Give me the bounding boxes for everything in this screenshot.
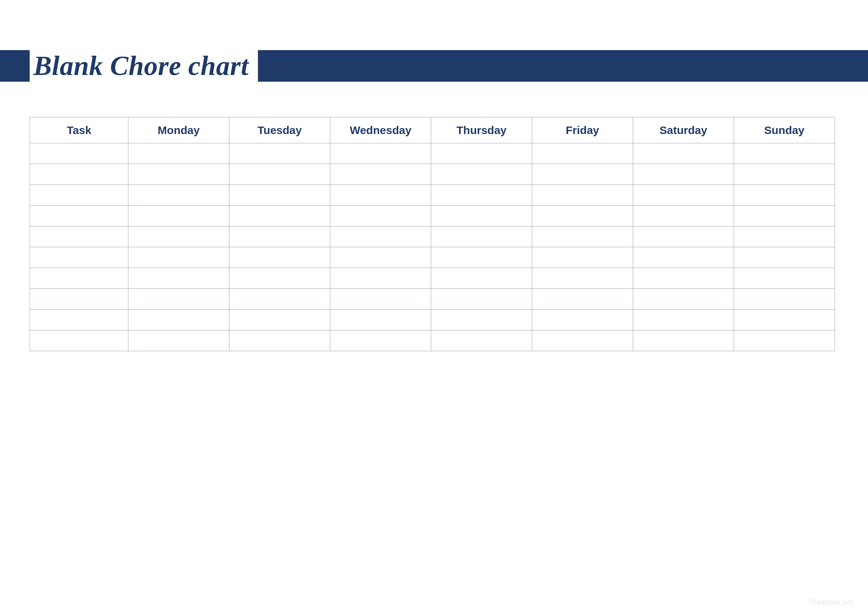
day-cell: [431, 226, 532, 247]
col-header-saturday: Saturday: [633, 117, 734, 143]
watermark: Template.net: [808, 598, 853, 606]
day-cell: [330, 330, 431, 351]
day-cell: [633, 206, 734, 226]
day-cell: [734, 185, 835, 206]
task-cell: [30, 289, 129, 310]
day-cell: [734, 247, 835, 268]
day-cell: [633, 330, 734, 351]
day-cell: [633, 247, 734, 268]
day-cell: [734, 164, 835, 185]
task-cell: [30, 206, 129, 226]
day-cell: [229, 185, 330, 206]
day-cell: [431, 289, 532, 310]
task-cell: [30, 143, 129, 164]
day-cell: [229, 226, 330, 247]
day-cell: [229, 310, 330, 330]
day-cell: [431, 268, 532, 289]
day-cell: [431, 310, 532, 330]
day-cell: [532, 185, 633, 206]
day-cell: [532, 310, 633, 330]
day-cell: [330, 164, 431, 185]
day-cell: [633, 268, 734, 289]
day-cell: [431, 143, 532, 164]
day-cell: [532, 226, 633, 247]
day-cell: [734, 330, 835, 351]
task-cell: [30, 268, 129, 289]
chore-table-container: Task Monday Tuesday Wednesday Thursday F…: [30, 117, 835, 351]
col-header-thursday: Thursday: [431, 117, 532, 143]
day-cell: [129, 143, 229, 164]
day-cell: [633, 289, 734, 310]
banner-bar-right: [258, 50, 868, 82]
day-cell: [129, 185, 229, 206]
day-cell: [229, 330, 330, 351]
chore-table-body: [30, 143, 835, 351]
col-header-task: Task: [30, 117, 129, 143]
day-cell: [431, 185, 532, 206]
table-row: [30, 206, 835, 226]
day-cell: [431, 164, 532, 185]
day-cell: [229, 206, 330, 226]
day-cell: [633, 185, 734, 206]
table-header-row: Task Monday Tuesday Wednesday Thursday F…: [30, 117, 835, 143]
col-header-friday: Friday: [532, 117, 633, 143]
day-cell: [129, 206, 229, 226]
col-header-tuesday: Tuesday: [229, 117, 330, 143]
day-cell: [734, 268, 835, 289]
day-cell: [330, 143, 431, 164]
day-cell: [229, 289, 330, 310]
day-cell: [129, 330, 229, 351]
day-cell: [532, 164, 633, 185]
task-cell: [30, 226, 129, 247]
day-cell: [229, 143, 330, 164]
col-header-wednesday: Wednesday: [330, 117, 431, 143]
task-cell: [30, 310, 129, 330]
day-cell: [734, 310, 835, 330]
day-cell: [330, 185, 431, 206]
day-cell: [734, 289, 835, 310]
banner-bar-left: [0, 50, 30, 82]
day-cell: [431, 330, 532, 351]
day-cell: [129, 289, 229, 310]
day-cell: [532, 289, 633, 310]
table-row: [30, 185, 835, 206]
task-cell: [30, 330, 129, 351]
task-cell: [30, 164, 129, 185]
day-cell: [532, 268, 633, 289]
task-cell: [30, 185, 129, 206]
table-row: [30, 268, 835, 289]
day-cell: [330, 268, 431, 289]
col-header-sunday: Sunday: [734, 117, 835, 143]
day-cell: [532, 143, 633, 164]
day-cell: [633, 164, 734, 185]
chore-table: Task Monday Tuesday Wednesday Thursday F…: [30, 117, 835, 351]
table-row: [30, 310, 835, 330]
day-cell: [330, 247, 431, 268]
day-cell: [633, 143, 734, 164]
col-header-monday: Monday: [129, 117, 229, 143]
day-cell: [229, 247, 330, 268]
day-cell: [229, 268, 330, 289]
table-row: [30, 164, 835, 185]
day-cell: [431, 247, 532, 268]
day-cell: [330, 289, 431, 310]
table-row: [30, 289, 835, 310]
day-cell: [734, 143, 835, 164]
day-cell: [330, 206, 431, 226]
table-row: [30, 226, 835, 247]
title-box: Blank Chore chart: [30, 50, 258, 82]
day-cell: [532, 330, 633, 351]
day-cell: [129, 164, 229, 185]
day-cell: [633, 226, 734, 247]
day-cell: [532, 247, 633, 268]
page-title: Blank Chore chart: [33, 50, 249, 82]
day-cell: [229, 164, 330, 185]
day-cell: [129, 247, 229, 268]
day-cell: [532, 206, 633, 226]
day-cell: [129, 226, 229, 247]
day-cell: [330, 226, 431, 247]
day-cell: [633, 310, 734, 330]
day-cell: [734, 206, 835, 226]
day-cell: [431, 206, 532, 226]
day-cell: [129, 268, 229, 289]
